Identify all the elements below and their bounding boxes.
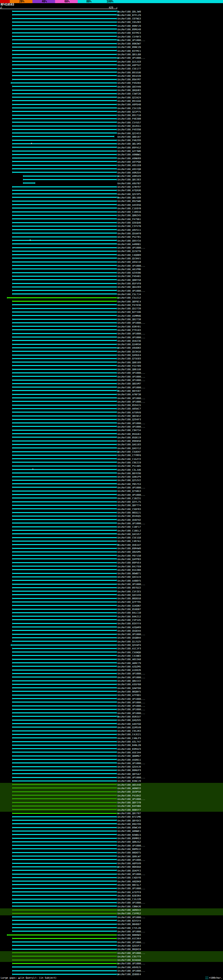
hit-bar[interactable] [12,415,117,417]
hit-label[interactable]: UniRef100_C5YU57 [117,121,141,124]
hit-label[interactable]: UniRef100_UP1000... [117,676,145,679]
hit-label[interactable]: UniRef100_B0CSL7 [117,884,141,886]
hit-label[interactable]: UniRef100_UP1000... [117,701,145,704]
hit-label[interactable]: UniRef100_Q6CW12 [117,415,141,417]
hit-label[interactable]: UniRef100_UP1000... [117,379,145,382]
hit-label[interactable]: UniRef100_A2Y3W6 [117,150,141,153]
hit-bar[interactable] [12,938,117,939]
hit-bar[interactable] [12,186,117,188]
hit-label[interactable]: UniRef100_C5FMS2 [117,912,141,915]
hit-bar[interactable] [12,304,117,305]
hit-label[interactable]: UniRef100_A7QXU6 [117,189,141,192]
hit-label[interactable]: UniRef100_B8NUF9 [117,769,141,772]
hit-label[interactable]: UniRef100_Q22P75 [117,111,141,113]
hit-bar[interactable] [12,158,117,159]
hit-label[interactable]: UniRef100_Q294F3 [117,418,141,421]
hit-label[interactable]: UniRef100_B6DDS8 [117,597,141,600]
hit-label[interactable]: UniRef100_Q75BG3 [117,490,141,493]
hit-bar[interactable] [12,272,117,273]
hit-bar[interactable] [12,522,117,523]
hit-label[interactable]: UniRef100_C6TNG3 [117,18,141,20]
hit-label[interactable]: UniRef100_B8N9W3 [117,934,141,937]
hit-bar[interactable] [12,229,117,230]
hit-label[interactable]: UniRef100_A8PUV0 [117,862,141,865]
hit-label[interactable]: UniRef100_P47836 [117,304,141,307]
hit-label[interactable]: UniRef100_Q6BMG7 [117,755,141,757]
hit-bar[interactable] [12,293,117,294]
hit-label[interactable]: UniRef100_B4NLZ0 [117,744,141,747]
hit-label[interactable]: UniRef100_C9H734 [117,429,141,432]
hit-label[interactable]: UniRef100_B97DZ2 [117,587,141,589]
hit-bar[interactable] [12,584,117,585]
hit-label[interactable]: UniRef100_A8NWE1 [117,830,141,833]
hit-bar[interactable] [12,695,117,696]
hit-label[interactable]: UniRef100_Q8TGA7 [117,773,141,776]
hit-label[interactable]: UniRef100_C1GZ72 [117,458,141,461]
hit-bar[interactable] [12,702,117,703]
hit-bar[interactable] [12,469,117,470]
hit-bar[interactable] [12,315,117,316]
hit-bar[interactable] [12,623,117,624]
hit-label[interactable]: UniRef100_A9V511 [117,229,141,232]
hit-label[interactable]: UniRef100_A7F6D1 [117,694,141,697]
hit-bar[interactable] [12,376,117,377]
hit-label[interactable]: UniRef100_Q56FH2 [117,519,141,522]
hit-bar[interactable] [12,777,117,778]
hit-label[interactable]: UniRef100_B8YE98 [117,472,141,475]
hit-bar[interactable] [12,412,117,413]
hit-label[interactable]: UniRef100_C5VJZ6 [117,107,141,110]
hit-bar[interactable] [12,433,117,434]
hit-bar[interactable] [12,641,117,642]
hit-bar[interactable] [12,93,117,94]
hit-bar[interactable] [12,39,117,40]
hit-bar[interactable] [12,490,117,492]
hit-bar[interactable] [12,566,117,566]
hit-bar[interactable] [12,852,117,853]
hit-bar[interactable] [12,172,117,173]
hit-bar[interactable] [12,576,117,578]
hit-bar[interactable] [12,841,117,842]
hit-bar[interactable] [12,526,117,527]
hit-label[interactable]: UniRef100_C5E1G8 [117,536,141,539]
hit-bar[interactable] [12,437,117,438]
hit-bar[interactable] [12,190,117,191]
hit-label[interactable]: UniRef100_Q4CUI6 [117,594,141,597]
hit-label[interactable]: UniRef100_Q1JSZV [117,640,141,643]
hit-label[interactable]: UniRef100_A9PTU7 [117,64,141,67]
hit-bar[interactable] [12,959,117,961]
hit-label[interactable]: UniRef100_UP1000... [117,494,145,496]
hit-label[interactable]: UniRef100_Q9LJW9 [117,10,141,13]
hit-bar[interactable] [12,372,117,373]
hit-label[interactable]: UniRef100_B9N3W7 [117,42,141,45]
hit-bar[interactable] [12,823,117,824]
hit-label[interactable]: UniRef100_Q64269 [117,286,141,288]
hit-bar[interactable] [12,340,117,341]
hit-label[interactable]: UniRef100_Q5QBH4 [117,636,141,639]
hit-bar[interactable] [12,473,117,474]
hit-label[interactable]: UniRef100_UP1000... [117,712,145,715]
hit-label[interactable]: UniRef100_A7NF30 [117,393,141,396]
hit-label[interactable]: UniRef100_Q4CUJ4 [117,576,141,579]
hit-bar[interactable] [12,344,117,345]
hit-label[interactable]: UniRef100_P49398 [117,128,141,131]
hit-bar[interactable] [12,369,117,370]
hit-bar[interactable] [12,251,117,252]
hit-label[interactable]: UniRef100_B59415 [117,404,141,407]
hit-label[interactable]: UniRef100_P41042 [117,794,141,797]
hit-bar[interactable] [12,687,117,688]
hit-bar[interactable] [12,212,117,212]
hit-bar[interactable] [12,945,117,946]
hit-bar[interactable] [12,698,117,699]
hit-label[interactable]: UniRef100_UP1000... [117,798,145,800]
hit-label[interactable]: UniRef100_Q01T87 [117,812,141,815]
hit-bar[interactable] [12,741,117,742]
hit-bar[interactable] [12,594,117,595]
hit-label[interactable]: UniRef100_UP1000... [117,321,145,325]
hit-bar[interactable] [12,226,117,227]
hit-label[interactable]: UniRef100_P07150 [117,555,141,557]
hit-label[interactable]: UniRef100_B9NCZ8 [117,46,141,49]
hit-label[interactable]: UniRef100_A3GF60 [117,683,141,686]
hit-bar[interactable] [12,759,117,760]
hit-bar[interactable] [12,648,117,649]
hit-bar[interactable] [12,247,117,248]
